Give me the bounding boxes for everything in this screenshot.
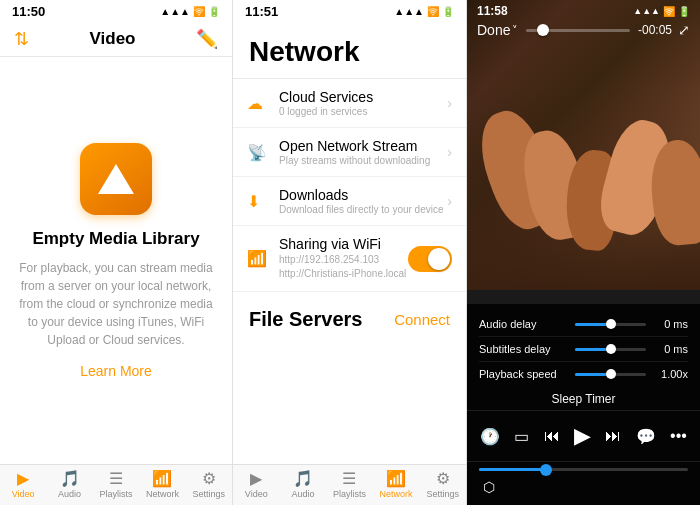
- tab-audio-1[interactable]: 🎵 Audio: [46, 469, 92, 499]
- tab-audio-label-2: Audio: [291, 489, 314, 499]
- audio-delay-slider[interactable]: [575, 323, 646, 326]
- seek-fill: [479, 468, 542, 471]
- tab-network-label-2: Network: [380, 489, 413, 499]
- subtitles-delay-row: Subtitles delay 0 ms: [479, 337, 688, 362]
- cloud-services-sublabel: 0 logged in services: [279, 106, 447, 117]
- network-tab-icon: 📶: [152, 471, 172, 487]
- seek-track[interactable]: [479, 468, 688, 471]
- tab-playlists-label-1: Playlists: [100, 489, 133, 499]
- chevron-right-icon-1: ›: [447, 95, 452, 111]
- open-network-label: Open Network Stream: [279, 138, 447, 154]
- downloads-label: Downloads: [279, 187, 447, 203]
- seek-thumb[interactable]: [540, 464, 552, 476]
- top-progress-thumb[interactable]: [537, 24, 549, 36]
- settings-tab-icon: ⚙: [202, 471, 216, 487]
- vlc-cone-shape: [98, 164, 134, 194]
- signal-icon: ▲▲▲: [160, 6, 190, 17]
- playback-speed-label: Playback speed: [479, 368, 569, 380]
- status-icons-2: ▲▲▲ 🛜 🔋: [394, 6, 454, 17]
- tab-video-1[interactable]: ▶ Video: [0, 469, 46, 499]
- tab-video-2[interactable]: ▶ Video: [233, 469, 280, 499]
- empty-library-title: Empty Media Library: [32, 229, 199, 249]
- playback-speed-thumb[interactable]: [606, 369, 616, 379]
- top-progress-track[interactable]: [526, 29, 630, 32]
- player-seek-bar: [467, 462, 700, 475]
- player-bottom-bar: ⬡: [467, 475, 700, 505]
- sharing-wifi-item[interactable]: 📶 Sharing via WiFi http://192.168.254.10…: [233, 226, 466, 292]
- status-time-1: 11:50: [12, 4, 45, 19]
- audio-tab-icon-2: 🎵: [293, 471, 313, 487]
- tab-settings-1[interactable]: ⚙ Settings: [186, 469, 232, 499]
- airplay-icon[interactable]: ⬡: [483, 479, 495, 495]
- audio-delay-thumb[interactable]: [606, 319, 616, 329]
- subtitles-icon[interactable]: 💬: [632, 423, 660, 450]
- file-servers-row: File Servers Connect: [233, 292, 466, 339]
- tab-audio-label-1: Audio: [58, 489, 81, 499]
- play-button[interactable]: ▶: [570, 419, 595, 453]
- subtitles-delay-thumb[interactable]: [606, 344, 616, 354]
- tab-bar-2: ▶ Video 🎵 Audio ☰ Playlists 📶 Network ⚙ …: [233, 464, 466, 505]
- sort-icon[interactable]: ⇅: [14, 28, 29, 50]
- playlists-tab-icon: ☰: [109, 471, 123, 487]
- cloud-services-text: Cloud Services 0 logged in services: [279, 89, 447, 117]
- tab-playlists-2[interactable]: ☰ Playlists: [326, 469, 373, 499]
- video-content: Empty Media Library For playback, you ca…: [0, 57, 232, 464]
- playback-speed-value: 1.00x: [652, 368, 688, 380]
- network-section: ☁ Cloud Services 0 logged in services › …: [233, 78, 466, 292]
- subtitles-delay-label: Subtitles delay: [479, 343, 569, 355]
- sharing-toggle[interactable]: [408, 246, 452, 272]
- nav-bar-1: ⇅ Video ✏️: [0, 22, 232, 57]
- subtitles-delay-value: 0 ms: [652, 343, 688, 355]
- wifi-sharing-icon: 📶: [247, 249, 273, 268]
- cloud-icon: ☁: [247, 94, 273, 113]
- sharing-wifi-sublabel: http://192.168.254.103http://Christians-…: [279, 253, 408, 281]
- video-tab-icon: ▶: [17, 471, 29, 487]
- done-button[interactable]: Done: [477, 22, 510, 38]
- subtitles-delay-slider[interactable]: [575, 348, 646, 351]
- tab-network-1[interactable]: 📶 Network: [139, 469, 185, 499]
- learn-more-link[interactable]: Learn More: [80, 363, 152, 379]
- history-icon[interactable]: 🕐: [476, 423, 504, 450]
- downloads-sublabel: Download files directly to your device: [279, 204, 447, 215]
- tab-network-2[interactable]: 📶 Network: [373, 469, 420, 499]
- connect-button[interactable]: Connect: [394, 311, 450, 328]
- downloads-item[interactable]: ⬇ Downloads Download files directly to y…: [233, 177, 466, 226]
- playback-speed-slider[interactable]: [575, 373, 646, 376]
- sharing-wifi-label: Sharing via WiFi: [279, 236, 408, 252]
- player-controls: 🕐 ▭ ⏮ ▶ ⏭ 💬 •••: [467, 411, 700, 462]
- open-network-text: Open Network Stream Play streams without…: [279, 138, 447, 166]
- skip-back-icon[interactable]: ⏮: [540, 423, 564, 449]
- rotate-icon[interactable]: ⤢: [678, 22, 690, 38]
- tab-settings-2[interactable]: ⚙ Settings: [419, 469, 466, 499]
- tab-settings-label-2: Settings: [426, 489, 459, 499]
- player-top-bar: Done ˅ -00:05 ⤢: [467, 0, 700, 44]
- aspect-ratio-icon[interactable]: ▭: [510, 423, 533, 450]
- time-remaining: -00:05: [638, 23, 672, 37]
- tab-audio-2[interactable]: 🎵 Audio: [280, 469, 327, 499]
- sleep-timer-label: Sleep Timer: [467, 386, 700, 411]
- settings-tab-icon-2: ⚙: [436, 471, 450, 487]
- network-tab-icon-2: 📶: [386, 471, 406, 487]
- player-seek-top[interactable]: [526, 29, 630, 32]
- panel-player: 11:58 ▲▲▲ 🛜 🔋 Done ˅ -00:05 ⤢ Audio dela…: [467, 0, 700, 505]
- chevron-right-icon-2: ›: [447, 144, 452, 160]
- audio-delay-row: Audio delay 0 ms: [479, 312, 688, 337]
- skip-forward-icon[interactable]: ⏭: [601, 423, 625, 449]
- done-chevron-icon: ˅: [512, 24, 518, 37]
- file-servers-label: File Servers: [249, 308, 362, 331]
- tab-video-label-1: Video: [12, 489, 35, 499]
- signal-icon-2: ▲▲▲: [394, 6, 424, 17]
- cloud-services-item[interactable]: ☁ Cloud Services 0 logged in services ›: [233, 79, 466, 128]
- more-options-icon[interactable]: •••: [666, 423, 691, 449]
- panel-video: 11:50 ▲▲▲ 🛜 🔋 ⇅ Video ✏️ Empty Media Lib…: [0, 0, 233, 505]
- downloads-text: Downloads Download files directly to you…: [279, 187, 447, 215]
- open-network-item[interactable]: 📡 Open Network Stream Play streams witho…: [233, 128, 466, 177]
- settings-rows: Audio delay 0 ms Subtitles delay 0 ms Pl…: [467, 304, 700, 386]
- page-title-1: Video: [90, 29, 136, 49]
- edit-icon[interactable]: ✏️: [196, 28, 218, 50]
- wifi-icon: 🛜: [193, 6, 205, 17]
- empty-library-desc: For playback, you can stream media from …: [16, 259, 216, 349]
- tab-playlists-1[interactable]: ☰ Playlists: [93, 469, 139, 499]
- battery-icon: 🔋: [208, 6, 220, 17]
- cloud-services-label: Cloud Services: [279, 89, 447, 105]
